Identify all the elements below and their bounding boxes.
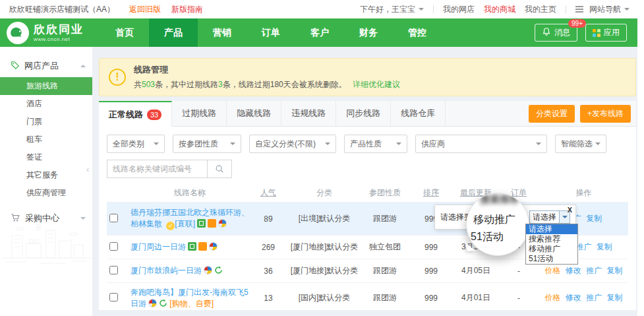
my-home-link[interactable]: 我的主页 (525, 4, 556, 15)
close-icon[interactable]: X (568, 206, 572, 214)
chevron-down-icon (536, 142, 541, 148)
tab-strip: 正常线路 33 过期线路 隐藏线路 违规线路 同步线路 线路仓库 分类设置 +发… (99, 101, 636, 127)
price-link[interactable]: 价格 (544, 293, 560, 302)
filter-custom-category[interactable]: 自定义分类(不限) (249, 135, 336, 153)
nav-item-control[interactable]: 管控 (393, 18, 442, 47)
pie-badge-icon (204, 266, 212, 274)
filter-product-nature[interactable]: 产品性质 (344, 135, 407, 153)
tab-violation-routes[interactable]: 违规线路 (281, 101, 336, 126)
direct-link-label[interactable]: [直联] (175, 219, 195, 228)
user-menu[interactable]: 下午好，王宝宝 (360, 4, 424, 15)
tab-hidden-routes[interactable]: 隐藏线路 (227, 101, 281, 126)
site-nav-menu[interactable]: 网站导航 (575, 4, 629, 15)
site-nav-label: 网站导航 (589, 4, 621, 15)
copy-link[interactable]: 复制 (597, 242, 612, 251)
sync-icon (214, 266, 223, 274)
brand-subtitle: www.cncn.net (34, 37, 84, 42)
promote-link[interactable]: 推广 (586, 293, 602, 302)
promote-link[interactable]: 推广 (576, 242, 592, 251)
chevron-down-icon (325, 142, 330, 148)
sidebar-item-car-rental[interactable]: 租车 (0, 131, 92, 148)
search-button[interactable] (207, 160, 232, 178)
tab-normal-routes[interactable]: 正常线路 33 (99, 101, 172, 127)
row-checkbox[interactable] (109, 293, 118, 301)
dropdown-option-51-activity[interactable]: 51活动 (526, 254, 577, 264)
messages-button[interactable]: 消息 99+ (535, 24, 577, 42)
warning-icon: ! (109, 69, 126, 86)
nav-item-finance[interactable]: 财务 (344, 18, 393, 47)
sidebar-item-other-services[interactable]: 其它服务 (0, 166, 92, 184)
filter-value: 自定义分类(不限) (255, 139, 316, 150)
filter-supplier[interactable]: 供应商 (415, 135, 547, 153)
nature-value: 独立包团 (361, 241, 409, 253)
price-link[interactable]: 价格 (544, 266, 560, 275)
header-popularity-sort[interactable]: 人气 (249, 187, 287, 199)
sort-value: 999 (409, 267, 454, 276)
sidebar-item-travel-routes[interactable]: 旅游线路 (0, 77, 92, 95)
search-input[interactable] (107, 160, 207, 178)
category-settings-button[interactable]: 分类设置 (529, 105, 575, 123)
filter-value: 产品性质 (350, 139, 382, 150)
nav-item-home[interactable]: 首页 (100, 18, 149, 47)
copy-link[interactable]: 复制 (586, 214, 602, 223)
table-header: 线路名称 人气 分类 参团性质 排序 最后更新 订单 操作 (107, 183, 628, 202)
new-guide-link[interactable]: 新版指南 (171, 4, 203, 15)
sidebar-item-visa[interactable]: 签证 (0, 148, 92, 166)
category-value: [出境]默认分类 (287, 213, 361, 224)
apps-button[interactable]: 应用 (585, 24, 627, 42)
filter-all-categories[interactable]: 全部类别 (107, 135, 165, 153)
optimize-suggestion-link[interactable]: 详细优化建议 (353, 80, 400, 89)
nature-value: 跟团游 (361, 265, 409, 276)
tab-expired-routes[interactable]: 过期线路 (172, 101, 227, 126)
magnified-text-line2: 51活动 (471, 230, 504, 244)
nav-item-customers[interactable]: 客户 (295, 18, 344, 47)
header-sort-order[interactable]: 排序 (409, 187, 454, 199)
sidebar-item-hotel[interactable]: 酒店 (0, 95, 92, 113)
route-name-link[interactable]: 厦门市鼓浪屿一日游 (131, 266, 202, 275)
my-shop-link[interactable]: 我的网店 (443, 4, 475, 15)
dropdown-option-search-recommend[interactable]: 搜索推荐 (526, 234, 577, 244)
dropdown-option-please-select[interactable]: 请选择 (526, 224, 577, 234)
copy-link[interactable]: 复制 (607, 293, 623, 302)
category-value: [国内]默认分类 (287, 292, 361, 303)
edit-link[interactable]: 修改 (566, 293, 581, 302)
row-checkbox[interactable] (109, 266, 118, 274)
bell-icon (542, 27, 551, 38)
tab-count-badge: 33 (147, 110, 161, 120)
tab-sync-routes[interactable]: 同步线路 (336, 101, 391, 126)
sidebar-collapse-handle[interactable]: ‹ (86, 164, 89, 174)
scrollbar-strip[interactable] (637, 18, 644, 316)
back-to-old-link[interactable]: 返回旧版 (129, 4, 161, 15)
sidebar-item-tickets[interactable]: 门票 (0, 113, 92, 131)
tab-label: 隐藏线路 (237, 101, 271, 126)
row-checkbox[interactable] (109, 214, 118, 222)
filter-smart[interactable]: 智能筛选 (555, 135, 606, 153)
dropdown-option-mobile-promotion[interactable]: 移动推广 (526, 244, 577, 254)
search-icon (215, 164, 224, 174)
route-name-link[interactable]: 厦门周边一日游 (131, 242, 186, 251)
promotion-position-select[interactable]: 请选择 (529, 210, 570, 224)
chevron-down-icon (230, 142, 235, 148)
chevron-up-icon (80, 62, 86, 67)
tab-route-warehouse[interactable]: 线路仓库 (391, 101, 446, 126)
nav-item-products[interactable]: 产品 (149, 18, 198, 47)
brand[interactable]: 欣欣同业 www.cncn.net (7, 18, 84, 47)
sidebar-group-label: 网店产品 (24, 60, 59, 72)
order-value: - (498, 267, 539, 276)
pie-badge-icon (209, 242, 218, 251)
row-checkbox[interactable] (109, 242, 118, 251)
sidebar-item-supplier-management[interactable]: 供应商管理 (0, 184, 92, 202)
publish-route-button[interactable]: +发布线路 (580, 105, 631, 123)
category-value: [厦门地接]默认分类 (287, 265, 361, 276)
copy-link[interactable]: 复制 (607, 266, 623, 275)
filter-group-nature[interactable]: 按参团性质 (173, 135, 241, 153)
promote-link[interactable]: 推广 (586, 266, 602, 275)
header-group-nature: 参团性质 (361, 187, 409, 199)
nav-item-orders[interactable]: 订单 (247, 18, 295, 47)
my-mall-link[interactable]: 我的商城 (484, 4, 515, 15)
nav-item-marketing[interactable]: 营销 (198, 18, 247, 47)
edit-link[interactable]: 修改 (566, 266, 581, 275)
elephant-logo-icon (7, 22, 29, 44)
sidebar-group-shop-products[interactable]: 网店产品 (0, 55, 92, 77)
notice-banner: ! 线路管理 共503条，其中过期线路3条，线路过期180天会被系统删除。 详细… (99, 58, 636, 96)
